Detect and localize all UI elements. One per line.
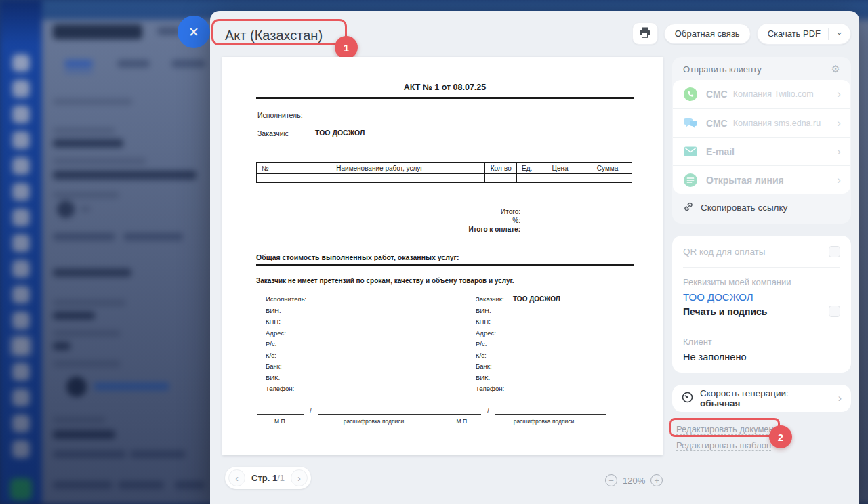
screen: ✕ Акт (Казахстан) 1 Обратная связь Скача… [0, 0, 868, 504]
send-to-client-card: Отправить клиенту ⚙ СМС Компания Twilio.… [672, 57, 851, 224]
page-navigator: ‹ Стр. 1/1 › [225, 467, 311, 489]
generation-speed-label: Скорость генерации: [700, 388, 789, 398]
qr-code-label: QR код для оплаты [683, 247, 766, 257]
modal-title: Акт (Казахстан) [225, 28, 323, 43]
divider [683, 327, 840, 327]
sms-icon [682, 117, 699, 130]
send-channel-open-line[interactable]: Открытая линия › [673, 165, 850, 194]
transcript-label: расшифровка подписи [304, 418, 444, 425]
signature-block-executor: / М.П.расшифровка подписи [257, 406, 444, 425]
totals-block: Итого: %: Итого к оплате: [468, 207, 520, 234]
openline-icon [682, 173, 699, 188]
chevron-right-icon: › [837, 87, 841, 101]
chevron-down-icon[interactable]: › [829, 28, 850, 39]
section-title: Общая стоимость выполненных работ, оказа… [256, 253, 634, 266]
chevron-left-icon: ‹ [235, 473, 239, 484]
prev-page-button[interactable]: ‹ [228, 469, 245, 486]
stamp-checkbox[interactable] [829, 306, 840, 317]
printer-icon [639, 27, 650, 40]
whatsapp-icon [682, 87, 699, 102]
page-indicator: Стр. 1/1 [251, 473, 285, 483]
requisites-customer-value: ТОО ДОСЖОЛ [513, 295, 560, 303]
claims-note: Заказчик не имеет претензий по срокам, к… [256, 277, 514, 285]
chevron-right-icon: › [837, 173, 841, 187]
feedback-button[interactable]: Обратная связь [664, 24, 751, 44]
email-icon [682, 146, 699, 156]
send-panel-title: Отправить клиенту [683, 64, 762, 75]
chevron-right-icon: › [837, 117, 841, 130]
chevron-right-icon: › [837, 145, 841, 159]
customer-label: Заказчик: [257, 129, 289, 138]
requisites-block: Исполнитель:Заказчик:ТОО ДОСЖОЛ БИН:БИН:… [222, 295, 663, 396]
chevron-right-icon: › [838, 392, 842, 404]
client-label: Клиент [683, 337, 840, 347]
side-panel: Отправить клиенту ⚙ СМС Компания Twilio.… [672, 57, 851, 451]
download-pdf-label: Скачать PDF [768, 28, 828, 39]
send-channel-email[interactable]: E-mail › [673, 137, 850, 165]
divider [256, 97, 634, 99]
document-page: АКТ № 1 от 08.07.25 Исполнитель: Заказчи… [222, 57, 663, 455]
subtotal-label: Итого: [468, 207, 520, 216]
zoom-out-button[interactable]: − [605, 474, 617, 486]
download-pdf-button[interactable]: Скачать PDF › [757, 23, 851, 45]
table-empty-row [257, 174, 632, 183]
edit-template-link[interactable]: Редактировать шаблон [676, 440, 771, 451]
send-channel-sms-twilio[interactable]: СМС Компания Twilio.com › [673, 80, 850, 108]
customer-value: ТОО ДОСЖОЛ [315, 129, 365, 137]
zoom-level: 120% [623, 476, 645, 486]
send-channel-list: СМС Компания Twilio.com › СМС Компания s… [673, 80, 850, 194]
mp-label: М.П. [257, 418, 304, 425]
gear-icon[interactable]: ⚙ [831, 63, 840, 75]
executor-label: Исполнитель: [257, 111, 303, 119]
copy-link-button[interactable]: Скопировать ссылку [672, 194, 851, 222]
close-button[interactable]: ✕ [178, 16, 210, 48]
company-requisites-label: Реквизиты моей компании [683, 277, 840, 287]
generation-speed-card[interactable]: Скорость генерации: обычная › [672, 385, 851, 412]
total-label: Итого к оплате: [468, 225, 520, 234]
company-link[interactable]: ТОО ДОСЖОЛ [683, 291, 753, 303]
mp-label: М.П. [444, 418, 481, 425]
stamp-signature-label: Печать и подпись [683, 306, 767, 317]
zoom-control: − 120% + [605, 474, 663, 486]
copy-link-label: Скопировать ссылку [701, 203, 787, 213]
percent-label: %: [468, 216, 520, 225]
edit-document-link[interactable]: Редактировать документ [676, 424, 778, 435]
next-page-button[interactable]: › [291, 469, 308, 486]
annotation-badge-1: 1 [335, 36, 358, 59]
edit-links: Редактировать документ Редактировать шаб… [672, 423, 851, 451]
print-button[interactable] [632, 22, 658, 45]
signature-block-customer: / М.П.расшифровка подписи [444, 406, 606, 425]
client-value: Не заполнено [683, 352, 840, 362]
feedback-label: Обратная связь [675, 28, 740, 39]
plus-icon: + [654, 476, 659, 485]
zoom-in-button[interactable]: + [650, 474, 663, 486]
table-header-row: № Наименование работ, услуг Кол-во Ед. Ц… [257, 163, 632, 174]
generation-speed-value: обычная [700, 398, 741, 408]
link-icon [683, 201, 694, 214]
send-channel-sms-edna[interactable]: СМС Компания sms.edna.ru › [673, 108, 850, 137]
document-preview-modal: Акт (Казахстан) 1 Обратная связь Скачать… [210, 11, 859, 504]
toolbar: Обратная связь Скачать PDF › [632, 22, 851, 45]
chevron-right-icon: › [297, 473, 301, 484]
transcript-label: расшифровка подписи [481, 418, 606, 425]
close-icon: ✕ [188, 24, 199, 40]
minus-icon: − [608, 476, 614, 485]
document-title: АКТ № 1 от 08.07.25 [257, 83, 632, 92]
divider [683, 267, 840, 268]
qr-checkbox[interactable] [829, 246, 840, 257]
items-table: № Наименование работ, услуг Кол-во Ед. Ц… [256, 162, 632, 183]
document-options-card: QR код для оплаты Реквизиты моей компани… [672, 236, 851, 373]
speedometer-icon [682, 392, 693, 406]
annotation-badge-2: 2 [769, 425, 792, 448]
